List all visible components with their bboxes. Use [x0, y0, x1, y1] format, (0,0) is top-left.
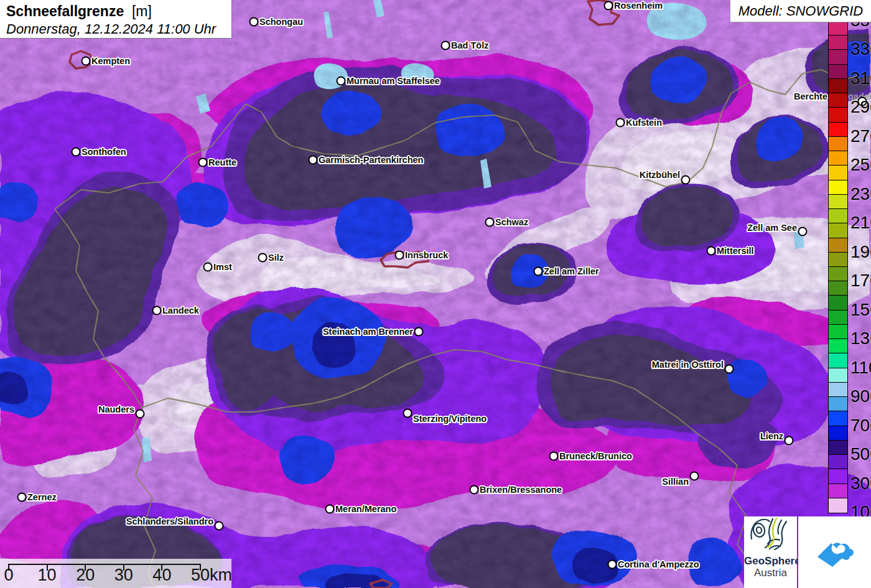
city-label: Kempten — [91, 55, 130, 67]
map-title: Schneefallgrenze [m] — [6, 2, 225, 21]
city-dot — [798, 227, 808, 236]
city-dot — [604, 1, 613, 11]
colorbar-tick-label: 2700 — [850, 126, 871, 146]
colorbar-segment — [829, 151, 847, 166]
city-label: Garmisch-Partenkirchen — [319, 154, 423, 166]
city-dot — [152, 306, 162, 315]
city-dot — [258, 253, 268, 263]
city-label: Bad Tölz — [451, 40, 488, 51]
map-datetime: Donnerstag, 12.12.2024 11:00 Uhr — [6, 21, 225, 37]
scale-bar-number: 10 — [38, 566, 57, 585]
colorbar-segment — [829, 166, 847, 180]
city-dot — [681, 175, 691, 185]
scale-bar-number: 40 — [152, 566, 171, 585]
city-label: Mittersill — [717, 245, 754, 256]
colorbar-segment — [829, 195, 847, 209]
city-label: Meran/Merano — [335, 503, 396, 515]
city-dot — [337, 77, 346, 86]
colorbar-segment — [829, 441, 847, 455]
colorbar-segment — [829, 238, 847, 253]
city-label: Zell am Ziller — [544, 266, 599, 277]
colorbar-segment — [829, 281, 847, 296]
colorbar-segment — [829, 368, 847, 383]
scale-bar-number: 20 — [76, 566, 95, 585]
city-label: Bruneck/Brunico — [559, 450, 632, 462]
scale-bar: 01020304050km — [0, 559, 231, 588]
city-label: Schongau — [259, 16, 303, 27]
city-dot — [616, 118, 625, 128]
colorbar-segment — [829, 209, 847, 223]
city-dot — [198, 158, 208, 167]
colorbar-tick-label: 500 — [850, 444, 871, 464]
city-dot — [395, 251, 404, 260]
terrain-field — [0, 0, 871, 588]
colorbar-segment — [829, 296, 847, 310]
city-label: Reutte — [208, 157, 236, 168]
colorbar-segment — [829, 253, 847, 267]
city-dot — [17, 493, 27, 502]
city-dot — [549, 452, 559, 461]
city-dot — [249, 17, 259, 27]
colorbar-segment — [829, 411, 847, 426]
city-dot — [470, 485, 479, 495]
colorbar-tick-label: 2300 — [850, 184, 871, 204]
city-dot — [325, 505, 335, 514]
city-dot — [309, 156, 318, 165]
scale-bar-number: 0 — [4, 566, 13, 585]
city-dot — [72, 147, 81, 157]
city-label: Lienz — [760, 431, 783, 442]
colorbar-tick-label: 2900 — [850, 97, 871, 117]
city-dot — [534, 267, 543, 276]
colorbar-segment — [829, 353, 847, 368]
city-dot — [403, 409, 412, 418]
city-label: Sillian — [662, 476, 689, 487]
colorbar-tick-label: 1100 — [850, 358, 871, 378]
colorbar-segment — [829, 21, 847, 35]
colorbar-segment — [829, 35, 847, 50]
city-dot — [414, 327, 424, 337]
city-label: Berchte — [794, 91, 827, 102]
mountain-cloud-icon — [813, 537, 857, 568]
colorbar-tick-label: 1900 — [850, 242, 871, 262]
city-label: Kufstein — [626, 117, 662, 128]
colorbar-segment — [829, 93, 847, 108]
city-label: Kitzbühel — [640, 169, 680, 180]
colorbar-tick-label: 3300 — [850, 39, 871, 59]
colorbar-segment — [829, 484, 847, 498]
colorbar-segment — [829, 79, 847, 93]
scale-bar-line — [9, 564, 200, 565]
model-label-box: Modell: SNOWGRID — [730, 0, 871, 22]
city-label: Landeck — [162, 305, 199, 316]
colorbar-tick-label: 1500 — [850, 300, 871, 320]
colorbar-segment — [829, 310, 847, 325]
colorbar-segment — [829, 498, 847, 513]
city-label: Schwaz — [495, 217, 528, 228]
city-dot — [690, 472, 699, 481]
title-unit-text: [m] — [132, 3, 152, 19]
geosphere-logo-text: GeoSphere — [744, 555, 797, 567]
colorbar-segment — [829, 65, 847, 79]
city-dot — [485, 218, 495, 227]
colorbar-segment — [829, 469, 847, 483]
city-dot — [608, 560, 617, 569]
colorbar-tick-label: 3100 — [850, 68, 871, 88]
elevation-colorbar — [828, 21, 848, 513]
city-label: Steinach am Brenner — [323, 326, 413, 337]
colorbar-tick-label: 300 — [850, 474, 871, 493]
city-label: Sterzing/Vipiteno — [413, 413, 487, 424]
geosphere-logo-box: GeoSphere Austria — [744, 516, 797, 588]
colorbar-segment — [829, 223, 847, 238]
colorbar-tick-label: 2500 — [850, 155, 871, 175]
city-label: Zernez — [27, 492, 57, 503]
colorbar-tick-label: 1300 — [850, 329, 871, 348]
snowfall-limit-map: SchongauRosenheimBad TölzKemptenMurnau a… — [0, 0, 871, 588]
colorbar-tick-label: 700 — [850, 416, 871, 436]
colorbar-segment — [829, 137, 847, 151]
colorbar-segment — [829, 397, 847, 411]
city-dot — [725, 365, 734, 374]
snowgrid-logo-box — [798, 516, 871, 588]
colorbar-segment — [829, 108, 847, 122]
city-label: Brixen/Bressanone — [480, 484, 562, 495]
city-dot — [203, 263, 213, 272]
city-dot — [82, 57, 91, 66]
